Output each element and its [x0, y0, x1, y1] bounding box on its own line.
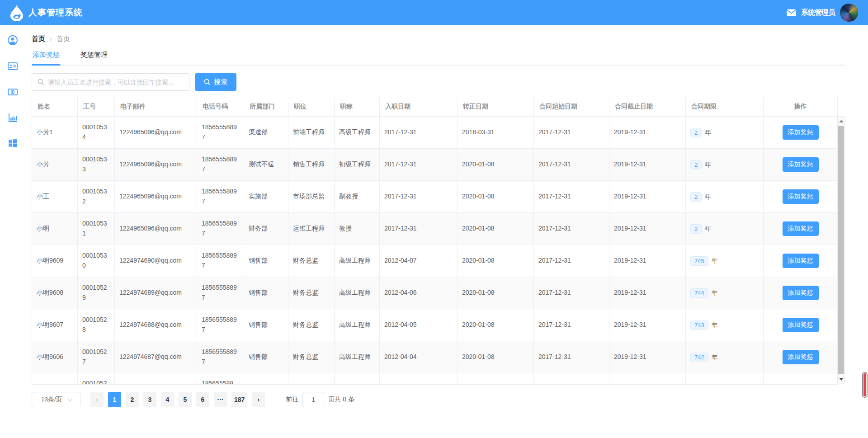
- cell-contract_end: 2019-12-31: [609, 309, 686, 341]
- cell-job_title: 高级工程师: [335, 309, 380, 341]
- cell-action: 添加奖惩: [764, 309, 838, 341]
- cell-regular_date: 2020-01-08: [458, 213, 534, 245]
- mail-icon[interactable]: [787, 9, 796, 16]
- add-reward-button[interactable]: 添加奖惩: [783, 221, 819, 236]
- cell-name: 小明9606: [32, 341, 78, 373]
- cell-hire_date: 2017-12-31: [380, 117, 458, 149]
- cell-contract_end: 2019-12-31: [609, 117, 686, 149]
- cell-emp_id: 00010529: [78, 277, 115, 309]
- page-button-6[interactable]: 6: [196, 392, 209, 407]
- cell-position: 运维工程师: [288, 213, 335, 245]
- cell-hire_date: 2012-04-05: [380, 309, 458, 341]
- cell-email: 1224965096@qq.com: [115, 181, 197, 213]
- employee-table: 姓名工号电子邮件电话号码所属部门职位职称入职日期转正日期合同起始日期合同截止日期…: [32, 97, 845, 385]
- column-header: 职称: [335, 97, 380, 117]
- search-input[interactable]: [48, 79, 184, 86]
- add-reward-button[interactable]: 添加奖惩: [783, 157, 819, 172]
- cell-partial: [335, 373, 380, 385]
- sidebar-item-grid-icon[interactable]: [7, 138, 18, 149]
- page-ellipsis-button[interactable]: ···: [214, 392, 227, 407]
- page-button-4[interactable]: 4: [161, 392, 174, 407]
- table-row-partial: 0001052185655588: [32, 373, 838, 385]
- total-label: 页共 0 条: [328, 396, 354, 404]
- page-button-5[interactable]: 5: [179, 392, 192, 407]
- table-row: 小明9606000105271224974687@qq.com185655588…: [32, 341, 838, 373]
- column-header: 入职日期: [380, 97, 458, 117]
- search-box[interactable]: [32, 73, 189, 91]
- cell-partial: [115, 373, 197, 385]
- cell-emp_id: 00010530: [78, 245, 115, 277]
- cell-contract_end: 2019-12-31: [609, 277, 686, 309]
- user-name[interactable]: 系统管理员: [801, 8, 835, 18]
- cell-email: 1224974688@qq.com: [115, 309, 197, 341]
- add-reward-button[interactable]: 添加奖惩: [783, 189, 819, 204]
- cell-position: 财务总监: [288, 277, 335, 309]
- cell-job_title: 高级工程师: [335, 277, 380, 309]
- cell-position: 前端工程师: [288, 117, 335, 149]
- cell-contract_start: 2017-12-31: [534, 277, 609, 309]
- table-row: 小明000105311224965096@qq.com18565558897财务…: [32, 213, 838, 245]
- column-header: 合同期限: [686, 97, 764, 117]
- cell-emp_id: 00010533: [78, 149, 115, 181]
- cell-emp_id: 00010532: [78, 181, 115, 213]
- cell-phone: 18565558897: [197, 277, 244, 309]
- breadcrumb-home[interactable]: 首页: [32, 35, 45, 43]
- cell-contract_end: 2019-12-31: [609, 245, 686, 277]
- page-button-187[interactable]: 187: [231, 392, 247, 407]
- scrollbar-thumb[interactable]: [838, 126, 844, 374]
- cell-contract_start: 2017-12-31: [534, 309, 609, 341]
- cell-position: 财务总监: [288, 245, 335, 277]
- page-scroll-thumb[interactable]: [863, 373, 866, 396]
- cell-name: 小明9609: [32, 245, 78, 277]
- cell-job_title: 教授: [335, 213, 380, 245]
- column-header: 职位: [288, 97, 335, 117]
- add-reward-button[interactable]: 添加奖惩: [783, 286, 819, 300]
- search-button-icon: [204, 79, 211, 85]
- cell-action: 添加奖惩: [764, 181, 838, 213]
- sidebar-item-idcard-icon[interactable]: [7, 61, 18, 71]
- add-reward-button[interactable]: 添加奖惩: [783, 125, 819, 140]
- cell-email: 1224965096@qq.com: [115, 213, 197, 245]
- search-button[interactable]: 搜索: [195, 73, 236, 91]
- add-reward-button[interactable]: 添加奖惩: [783, 350, 819, 364]
- table-scrollbar[interactable]: [837, 116, 845, 384]
- sidebar-item-chart-icon[interactable]: [7, 112, 18, 123]
- cell-email: 1224974687@qq.com: [115, 341, 197, 373]
- search-icon: [38, 79, 44, 85]
- sidebar-item-money-icon[interactable]: [7, 86, 18, 97]
- table-row: 小芳1000105341224965096@qq.com18565558897渠…: [32, 117, 838, 149]
- cell-dept: 销售部: [244, 341, 288, 373]
- goto-page-input[interactable]: [302, 392, 324, 407]
- cell-name: 小芳1: [32, 117, 78, 149]
- next-page-button[interactable]: ›: [252, 392, 265, 407]
- duration-unit: 年: [712, 353, 718, 361]
- column-header: 电话号码: [197, 97, 244, 117]
- app-title: 人事管理系统: [28, 7, 83, 19]
- tab-add-reward[interactable]: 添加奖惩: [32, 48, 61, 65]
- cell-hire_date: 2017-12-31: [380, 149, 458, 181]
- page-button-3[interactable]: 3: [143, 392, 156, 407]
- cell-contract_start: 2017-12-31: [534, 117, 609, 149]
- cell-name: 小王: [32, 181, 78, 213]
- cell-contract_end: 2019-12-31: [609, 213, 686, 245]
- page-size-select[interactable]: 13条/页: [32, 392, 80, 407]
- sidebar-item-user-icon[interactable]: [7, 35, 18, 46]
- add-reward-button[interactable]: 添加奖惩: [783, 254, 819, 268]
- page-button-2[interactable]: 2: [126, 392, 139, 407]
- avatar[interactable]: [840, 4, 858, 22]
- column-header: 姓名: [32, 97, 78, 117]
- cell-position: 财务总监: [288, 309, 335, 341]
- scrollbar-down-icon[interactable]: [838, 376, 844, 383]
- cell-dept: 测试不猛: [244, 149, 288, 181]
- cell-partial: [764, 373, 838, 385]
- cell-partial: [609, 373, 686, 385]
- add-reward-button[interactable]: 添加奖惩: [783, 318, 819, 332]
- page-button-1[interactable]: 1: [108, 392, 121, 407]
- page-scroll-indicator[interactable]: [862, 372, 868, 398]
- cell-phone: 18565558897: [197, 181, 244, 213]
- cell-duration: 742年: [686, 341, 764, 373]
- cell-job_title: 高级工程师: [335, 117, 380, 149]
- scrollbar-up-icon[interactable]: [838, 118, 844, 125]
- tab-reward-management[interactable]: 奖惩管理: [80, 48, 108, 65]
- prev-page-button[interactable]: ‹: [90, 392, 104, 407]
